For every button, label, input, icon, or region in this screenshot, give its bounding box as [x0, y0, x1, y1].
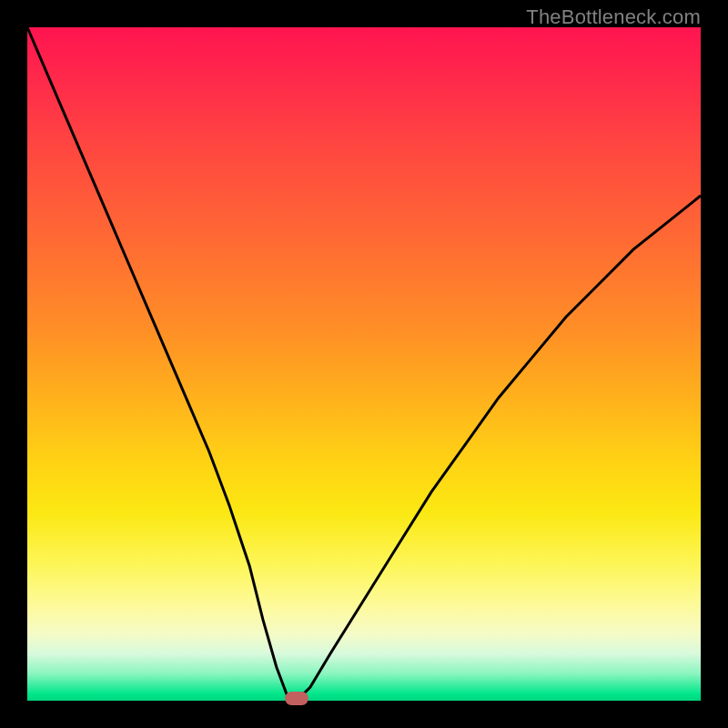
chart-frame: TheBottleneck.com	[0, 0, 728, 728]
watermark-text: TheBottleneck.com	[526, 5, 701, 29]
plot-area	[27, 27, 701, 701]
curve-svg	[27, 27, 701, 701]
current-point-marker	[285, 692, 308, 705]
bottleneck-curve-path	[27, 27, 701, 701]
